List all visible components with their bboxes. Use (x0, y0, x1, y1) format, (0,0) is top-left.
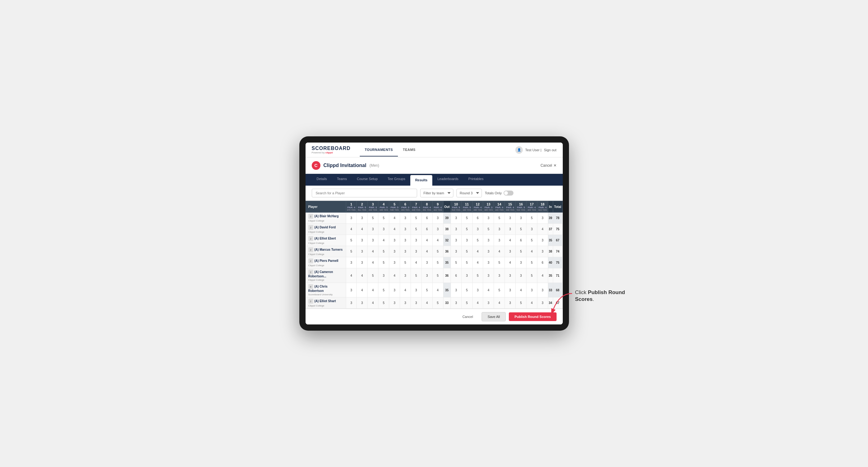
round-select[interactable]: Round 3 (457, 189, 482, 197)
score-hole-4[interactable]: 5 (378, 283, 389, 298)
search-input[interactable] (312, 189, 417, 197)
footer-cancel-btn[interactable]: Cancel (457, 312, 478, 321)
score-hole-1[interactable]: 3 (346, 213, 357, 224)
score-hole-13[interactable]: 3 (483, 257, 494, 268)
score-hole-17[interactable]: 5 (526, 257, 537, 268)
score-hole-4[interactable]: 3 (378, 224, 389, 235)
filter-by-team-select[interactable]: Filter by team (420, 189, 453, 197)
score-hole-10[interactable]: 3 (451, 298, 461, 309)
score-hole-6[interactable]: 3 (400, 213, 411, 224)
score-hole-11[interactable]: 5 (461, 213, 472, 224)
score-hole-7[interactable]: 5 (411, 224, 422, 235)
score-hole-1[interactable]: 3 (346, 257, 357, 268)
score-hole-13[interactable]: 3 (483, 298, 494, 309)
score-hole-18[interactable]: 3 (537, 213, 548, 224)
score-hole-14[interactable]: 3 (494, 235, 505, 246)
score-hole-15[interactable]: 3 (505, 213, 516, 224)
score-hole-8[interactable]: 5 (422, 283, 432, 298)
score-hole-10[interactable]: 3 (451, 283, 461, 298)
score-hole-14[interactable]: 5 (494, 257, 505, 268)
score-hole-14[interactable]: 3 (494, 268, 505, 283)
score-hole-3[interactable]: 3 (368, 224, 378, 235)
score-hole-5[interactable]: 3 (389, 298, 400, 309)
score-hole-10[interactable]: 5 (451, 257, 461, 268)
score-hole-8[interactable]: 4 (422, 235, 432, 246)
score-hole-1[interactable]: 3 (346, 298, 357, 309)
score-hole-9[interactable]: 4 (432, 235, 443, 246)
score-hole-2[interactable]: 4 (357, 283, 368, 298)
score-hole-4[interactable]: 4 (378, 235, 389, 246)
score-hole-4[interactable]: 5 (378, 213, 389, 224)
score-hole-16[interactable]: 5 (516, 224, 527, 235)
score-hole-9[interactable]: 3 (432, 224, 443, 235)
score-hole-8[interactable]: 4 (422, 298, 432, 309)
score-hole-12[interactable]: 3 (472, 283, 483, 298)
score-hole-5[interactable]: 3 (389, 257, 400, 268)
nav-teams[interactable]: TEAMS (398, 144, 421, 156)
score-hole-15[interactable]: 4 (505, 257, 516, 268)
score-hole-17[interactable]: 4 (526, 298, 537, 309)
score-hole-1[interactable]: 4 (346, 268, 357, 283)
score-hole-14[interactable]: 4 (494, 298, 505, 309)
nav-tournaments[interactable]: TOURNAMENTS (360, 144, 398, 156)
score-hole-7[interactable]: 3 (411, 283, 422, 298)
tab-details[interactable]: Details (312, 174, 332, 186)
score-hole-5[interactable]: 3 (389, 283, 400, 298)
score-hole-5[interactable]: 3 (389, 235, 400, 246)
score-hole-9[interactable]: 5 (432, 257, 443, 268)
score-hole-17[interactable]: 5 (526, 268, 537, 283)
score-hole-6[interactable]: 3 (400, 235, 411, 246)
score-hole-7[interactable]: 5 (411, 213, 422, 224)
tournament-cancel-btn[interactable]: Cancel ✕ (540, 163, 556, 168)
score-hole-8[interactable]: 6 (422, 224, 432, 235)
score-hole-6[interactable]: 3 (400, 246, 411, 257)
score-hole-17[interactable]: 5 (526, 213, 537, 224)
score-hole-16[interactable]: 3 (516, 213, 527, 224)
publish-round-scores-btn[interactable]: Publish Round Scores (509, 312, 556, 321)
score-hole-11[interactable]: 5 (461, 257, 472, 268)
score-hole-3[interactable]: 4 (368, 298, 378, 309)
score-hole-6[interactable]: 4 (400, 283, 411, 298)
score-hole-7[interactable]: 3 (411, 246, 422, 257)
score-hole-10[interactable]: 6 (451, 268, 461, 283)
score-hole-6[interactable]: 3 (400, 268, 411, 283)
score-hole-4[interactable]: 5 (378, 257, 389, 268)
score-hole-7[interactable]: 3 (411, 235, 422, 246)
score-hole-2[interactable]: 4 (357, 268, 368, 283)
tab-teams[interactable]: Teams (332, 174, 352, 186)
score-hole-17[interactable]: 4 (526, 246, 537, 257)
score-hole-17[interactable]: 3 (526, 224, 537, 235)
score-hole-13[interactable]: 3 (483, 268, 494, 283)
score-hole-12[interactable]: 4 (472, 246, 483, 257)
score-hole-2[interactable]: 4 (357, 224, 368, 235)
score-hole-3[interactable]: 4 (368, 257, 378, 268)
score-hole-18[interactable]: 3 (537, 298, 548, 309)
score-hole-12[interactable]: 4 (472, 257, 483, 268)
tab-leaderboards[interactable]: Leaderboards (432, 174, 463, 186)
score-hole-17[interactable]: 3 (526, 283, 537, 298)
score-hole-12[interactable]: 5 (472, 268, 483, 283)
score-hole-14[interactable]: 4 (494, 246, 505, 257)
save-all-btn[interactable]: Save All (482, 312, 506, 321)
tab-results[interactable]: Results (410, 175, 433, 186)
score-hole-4[interactable]: 3 (378, 268, 389, 283)
score-hole-3[interactable]: 5 (368, 213, 378, 224)
score-hole-18[interactable]: 3 (537, 283, 548, 298)
score-hole-13[interactable]: 4 (483, 283, 494, 298)
score-hole-9[interactable]: 5 (432, 246, 443, 257)
score-hole-13[interactable]: 5 (483, 224, 494, 235)
score-hole-12[interactable]: 3 (472, 224, 483, 235)
score-hole-8[interactable]: 3 (422, 257, 432, 268)
score-hole-11[interactable]: 5 (461, 298, 472, 309)
score-hole-9[interactable]: 5 (432, 268, 443, 283)
score-hole-14[interactable]: 5 (494, 283, 505, 298)
score-hole-6[interactable]: 3 (400, 298, 411, 309)
score-hole-6[interactable]: 3 (400, 224, 411, 235)
score-hole-7[interactable]: 4 (411, 257, 422, 268)
score-hole-3[interactable]: 3 (368, 235, 378, 246)
score-hole-7[interactable]: 3 (411, 298, 422, 309)
score-hole-11[interactable]: 5 (461, 283, 472, 298)
score-hole-16[interactable]: 5 (516, 246, 527, 257)
score-hole-8[interactable]: 6 (422, 213, 432, 224)
score-hole-9[interactable]: 5 (432, 298, 443, 309)
